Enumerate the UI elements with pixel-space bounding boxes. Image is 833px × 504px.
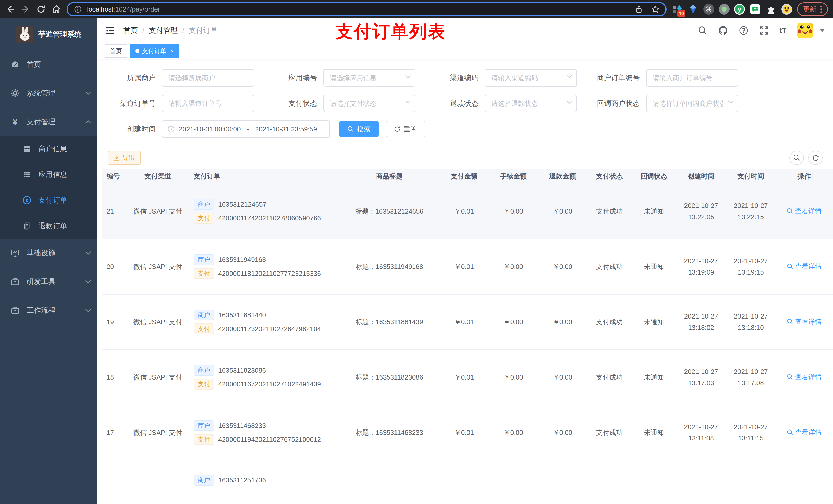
user-avatar[interactable] <box>797 23 813 39</box>
view-detail-link[interactable]: 查看详情 <box>787 373 822 382</box>
cell-fee: ￥0.00 <box>489 317 538 327</box>
view-detail-link[interactable]: 查看详情 <box>787 317 822 326</box>
avatar-caret-icon[interactable] <box>820 29 825 32</box>
sidebar-item-system[interactable]: 系统管理 <box>0 79 97 107</box>
pay-tag: 支付 <box>194 323 214 334</box>
table-row[interactable]: 17 微信 JSAPI 支付 商户 1635311468233 支付 42000… <box>102 405 833 460</box>
browser-update-button[interactable]: 更新 <box>797 2 828 16</box>
table-row[interactable]: 21 微信 JSAPI 支付 商户 1635312124657 支付 42000… <box>102 184 833 239</box>
table-row[interactable]: 18 微信 JSAPI 支付 商户 1635311823086 支付 42000… <box>102 350 833 405</box>
table-row[interactable]: 商户 1635311251736 支付 查看详情 <box>102 460 833 504</box>
browser-toolbar: localhost:1024/pay/order 10 ⌘ y <box>0 0 833 19</box>
sidebar-item-label: 首页 <box>27 60 91 69</box>
channel-order-no-input[interactable] <box>162 95 254 112</box>
app-no-select[interactable] <box>323 69 415 87</box>
cell-pay-order: 商户 1635311823086 支付 42000011672021102710… <box>187 362 339 392</box>
cell-notify-status: 未通知 <box>632 428 676 437</box>
browser-menu-icon[interactable] <box>820 6 822 13</box>
browser-reload-icon[interactable] <box>36 4 46 14</box>
notify-status-select[interactable] <box>646 95 738 112</box>
filter-label: 商户订单编号 <box>585 73 646 83</box>
cell-pay-status: 支付成功 <box>587 207 632 216</box>
table-row[interactable]: 20 微信 JSAPI 支付 商户 1635311949168 支付 42000… <box>102 239 833 294</box>
view-detail-link[interactable]: 查看详情 <box>787 428 822 437</box>
filter-merchant: 所属商户 <box>100 69 260 87</box>
breadcrumb: 首页 / 支付管理 / 支付订单 <box>123 26 218 35</box>
tag-close-icon[interactable]: × <box>170 48 173 54</box>
yen-icon: ¥ <box>11 118 20 126</box>
breadcrumb-pay-management[interactable]: 支付管理 <box>149 26 178 35</box>
github-icon[interactable] <box>718 26 728 35</box>
col-id: 编号 <box>102 172 129 181</box>
cell-create-time: 2021-10-2713:18:02 <box>676 311 726 333</box>
sidebar-item-app-info[interactable]: 应用信息 <box>0 162 97 188</box>
browser-forward-icon[interactable] <box>21 4 31 14</box>
merchant-order-no-input[interactable] <box>646 69 738 87</box>
sidebar-item-home[interactable]: 首页 <box>0 50 97 79</box>
extensions-puzzle-icon[interactable] <box>765 4 777 15</box>
profile-avatar-icon[interactable] <box>781 4 792 15</box>
sidebar-item-workflow[interactable]: 工作流程 <box>0 296 97 325</box>
date-separator: - <box>245 125 251 133</box>
sidebar-logo-row[interactable]: 芋道管理系统 <box>0 19 97 50</box>
balloon-extension-icon[interactable] <box>688 4 699 15</box>
pay-status-select[interactable] <box>323 95 415 112</box>
bookmark-star-icon[interactable] <box>650 4 660 14</box>
share-icon[interactable] <box>634 4 644 14</box>
pay-order-no: 4200001167202110271022491439 <box>218 380 321 388</box>
col-pay-status: 支付状态 <box>587 172 632 181</box>
table-row[interactable]: 19 微信 JSAPI 支付 商户 1635311881440 支付 42000… <box>102 294 833 350</box>
table-toolbar: 导出 <box>97 146 833 165</box>
merchant-input[interactable] <box>162 69 254 87</box>
devtools-extension-icon[interactable]: 10 <box>672 4 683 15</box>
site-info-icon[interactable] <box>73 4 83 14</box>
document-copy-icon <box>23 221 31 230</box>
sidebar-item-pay-order[interactable]: ¥ 支付订单 <box>0 188 97 213</box>
fullscreen-icon[interactable] <box>759 26 769 35</box>
sidebar-item-dev-tools[interactable]: 研发工具 <box>0 267 97 296</box>
tag-pay-order[interactable]: 支付订单 × <box>130 44 178 57</box>
sidebar-item-merchant-info[interactable]: 商户信息 <box>0 136 97 162</box>
tag-home[interactable]: 首页 <box>104 44 127 57</box>
reset-button[interactable]: 重置 <box>386 121 425 137</box>
search-button[interactable]: 搜索 <box>339 121 379 137</box>
sidebar-item-refund-order[interactable]: 退款订单 <box>0 213 97 239</box>
url-bar[interactable]: localhost:1024/pay/order <box>67 2 667 16</box>
date-range-picker[interactable]: 2021-10-01 00:00:00 - 2021-10-31 23:59:5… <box>162 120 330 138</box>
view-detail-link[interactable]: 查看详情 <box>787 207 822 216</box>
pay-order-no: 4200001173202110272847982104 <box>218 325 321 333</box>
cell-refund: ￥0.00 <box>538 317 587 327</box>
breadcrumb-home[interactable]: 首页 <box>123 26 138 35</box>
sidebar-item-infrastructure[interactable]: 基础设施 <box>0 239 97 267</box>
browser-back-icon[interactable] <box>5 4 15 14</box>
refund-status-select[interactable] <box>485 95 577 112</box>
channel-code-select[interactable] <box>485 69 577 87</box>
export-button[interactable]: 导出 <box>108 150 141 165</box>
help-icon[interactable] <box>739 26 748 35</box>
cell-id: 18 <box>102 374 129 381</box>
merchant-order-no: 1635311949168 <box>218 256 266 264</box>
browser-home-icon[interactable] <box>51 4 62 14</box>
sidebar-item-payment[interactable]: ¥ 支付管理 <box>0 107 97 136</box>
filter-label: 渠道订单号 <box>100 99 162 108</box>
y-extension-icon[interactable]: y <box>734 4 745 15</box>
sidebar-toggle-icon[interactable] <box>105 25 115 35</box>
svg-text:¥: ¥ <box>26 198 28 203</box>
font-size-icon[interactable]: tT <box>780 26 786 34</box>
chevron-up-icon <box>85 120 91 124</box>
merchant-order-no: 1635311881440 <box>218 311 266 319</box>
cell-amount: ￥0.01 <box>439 428 489 437</box>
cell-title: 标题：1635311949168 <box>339 262 439 271</box>
merchant-tag: 商户 <box>194 310 214 320</box>
header-search-icon[interactable] <box>698 26 708 35</box>
cell-notify-status: 未通知 <box>632 207 676 216</box>
refresh-button[interactable] <box>808 150 823 165</box>
view-detail-link[interactable]: 查看详情 <box>787 262 822 271</box>
chat-extension-icon[interactable] <box>749 4 761 15</box>
merchant-tag: 商户 <box>194 199 214 210</box>
recorder-extension-icon[interactable] <box>719 4 730 15</box>
toggle-search-button[interactable] <box>789 150 804 165</box>
filter-app-no: 应用编号 <box>262 69 422 87</box>
cell-pay-time: 2021-10-2713:22:15 <box>726 200 776 222</box>
command-extension-icon[interactable]: ⌘ <box>704 4 714 15</box>
